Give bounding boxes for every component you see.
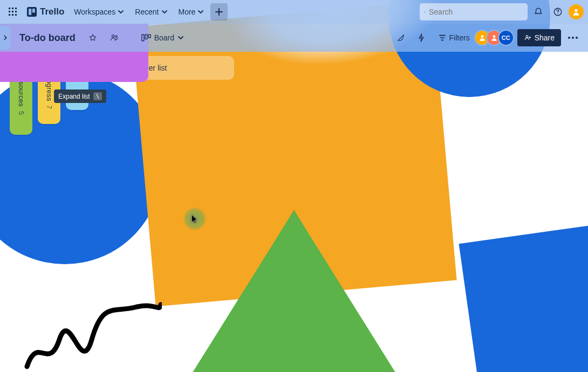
global-nav: Trello Workspaces Recent More — [0, 0, 588, 24]
svg-point-21 — [481, 35, 483, 38]
svg-rect-0 — [9, 8, 10, 9]
chevron-down-icon — [118, 9, 124, 15]
bg-squiggle — [22, 302, 162, 372]
tooltip-text: Expand list — [58, 93, 90, 100]
member-avatar[interactable]: CC — [498, 30, 514, 46]
svg-point-25 — [572, 37, 574, 39]
share-label: Share — [535, 33, 555, 42]
svg-rect-20 — [148, 35, 151, 38]
tooltip-shortcut: \ — [93, 92, 102, 100]
svg-point-24 — [568, 37, 570, 39]
bg-shape-rect-blue — [459, 222, 588, 372]
nav-more-label: More — [179, 8, 196, 16]
share-button[interactable]: Share — [517, 29, 561, 46]
svg-rect-10 — [29, 9, 31, 15]
nav-recent-label: Recent — [135, 8, 159, 16]
svg-point-16 — [112, 35, 114, 38]
svg-point-26 — [576, 37, 578, 39]
star-board-icon[interactable] — [84, 29, 101, 46]
svg-rect-1 — [12, 8, 13, 9]
svg-rect-18 — [141, 35, 143, 40]
svg-rect-11 — [32, 9, 35, 13]
automation-icon[interactable] — [413, 29, 430, 46]
svg-rect-7 — [12, 14, 13, 16]
filter-icon — [439, 34, 446, 42]
svg-point-23 — [526, 36, 528, 38]
svg-rect-2 — [15, 8, 17, 9]
nav-workspaces-label: Workspaces — [74, 8, 115, 16]
board-title[interactable]: To-do board — [15, 30, 80, 46]
rocket-icon[interactable] — [392, 29, 409, 46]
board-menu-icon[interactable] — [564, 29, 582, 46]
svg-rect-4 — [12, 11, 13, 12]
chevron-right-icon — [3, 35, 8, 40]
nav-more[interactable]: More — [174, 3, 209, 20]
svg-rect-6 — [9, 14, 10, 16]
workspace-visibility-icon[interactable] — [106, 29, 123, 46]
chevron-down-icon — [177, 35, 184, 41]
trello-logo-text: Trello — [40, 6, 64, 17]
nav-workspaces[interactable]: Workspaces — [70, 3, 128, 20]
svg-point-14 — [557, 13, 558, 15]
trello-board-icon — [27, 7, 37, 17]
app-switcher-icon[interactable] — [4, 3, 22, 20]
chevron-down-icon — [161, 9, 168, 15]
filters-label: Filters — [449, 33, 470, 42]
cursor-highlight — [183, 208, 206, 230]
svg-rect-8 — [15, 14, 17, 16]
board-view-icon — [141, 34, 151, 42]
help-icon[interactable] — [549, 3, 566, 20]
svg-point-17 — [115, 36, 117, 37]
board-header: To-do board Board Filters CC Share — [0, 24, 588, 52]
cursor-icon — [191, 214, 199, 224]
sidebar-expand-button[interactable] — [0, 26, 11, 50]
svg-rect-3 — [9, 11, 10, 12]
filters-button[interactable]: Filters — [433, 29, 475, 46]
svg-point-22 — [493, 35, 495, 38]
search-icon — [424, 8, 426, 16]
view-switcher-label: Board — [154, 33, 174, 42]
chevron-down-icon — [197, 9, 204, 15]
share-person-icon — [524, 34, 531, 42]
svg-point-15 — [575, 9, 577, 12]
svg-rect-9 — [27, 7, 37, 17]
plus-icon — [215, 8, 223, 16]
notifications-icon[interactable] — [530, 3, 547, 20]
trello-logo[interactable]: Trello — [24, 3, 67, 20]
bg-shape-triangle-green — [186, 210, 402, 372]
nav-recent[interactable]: Recent — [131, 3, 172, 20]
expand-list-tooltip: Expand list \ — [54, 89, 106, 103]
board-members[interactable]: CC — [478, 30, 514, 46]
svg-rect-5 — [15, 11, 17, 12]
account-avatar[interactable] — [569, 4, 584, 19]
view-switcher[interactable]: Board — [136, 29, 189, 46]
search-input[interactable] — [420, 3, 528, 20]
create-button[interactable] — [210, 3, 228, 20]
search-field[interactable] — [429, 8, 523, 16]
svg-rect-19 — [145, 35, 147, 39]
